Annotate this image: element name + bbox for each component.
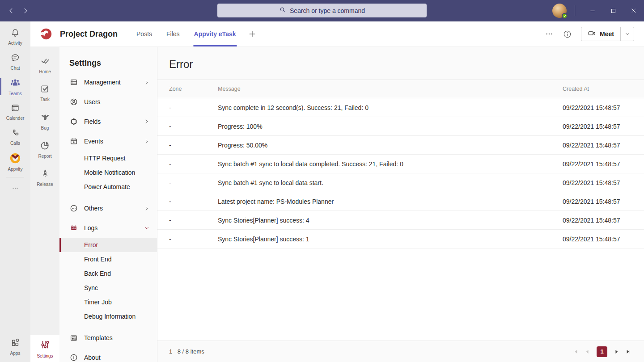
table-row[interactable]: - Sync batch #1 sync to local data start… <box>157 173 644 192</box>
table-row[interactable]: - Progress: 100% 09/22/2021 15:48:57 <box>157 117 644 136</box>
users-icon <box>69 97 78 106</box>
sidebar-item-teams[interactable]: Teams <box>0 74 30 99</box>
cell-message: Latest project name: PS-Modules Planner <box>218 198 563 205</box>
nav-logs-sync[interactable]: Sync <box>59 281 157 295</box>
last-page-icon[interactable] <box>625 349 631 355</box>
cell-created-at: 09/22/2021 15:48:57 <box>563 142 644 149</box>
others-ellipsis-icon <box>69 204 78 213</box>
table-row[interactable]: - Sync complete in 12 second(s). Success… <box>157 98 644 117</box>
items-summary: 1 - 8 / 8 items <box>169 348 204 355</box>
more-apps-icon[interactable] <box>0 180 30 196</box>
table-row[interactable]: - Sync Stories[Planner] success: 4 09/22… <box>157 211 644 230</box>
task-checkbox-icon <box>40 84 50 96</box>
table-row[interactable]: - Progress: 50.00% 09/22/2021 15:48:57 <box>157 136 644 155</box>
nav-events[interactable]: Events <box>59 131 157 151</box>
channel-info-icon[interactable] <box>563 29 572 39</box>
module-task[interactable]: Task <box>30 79 59 107</box>
module-home[interactable]: Home <box>30 51 59 79</box>
nav-http-request[interactable]: HTTP Request <box>59 151 157 165</box>
nav-about[interactable]: About <box>59 348 157 362</box>
meet-button[interactable]: Meet <box>581 27 620 41</box>
tab-appvity-etask[interactable]: Appvity eTask <box>187 21 243 46</box>
bell-icon <box>10 28 20 39</box>
pie-chart-icon <box>40 140 51 152</box>
next-page-icon[interactable] <box>614 349 620 355</box>
nav-templates[interactable]: Templates <box>59 328 157 348</box>
nav-others[interactable]: Others <box>59 198 157 218</box>
nav-logs-error[interactable]: Error <box>59 238 157 252</box>
meet-label: Meet <box>600 30 614 38</box>
cell-zone: - <box>157 236 218 243</box>
tab-files[interactable]: Files <box>159 21 187 46</box>
maximize-button[interactable] <box>603 0 623 21</box>
cell-created-at: 09/22/2021 15:48:57 <box>563 123 644 130</box>
nav-logs-debug-information[interactable]: Debug Information <box>59 309 157 324</box>
cell-zone: - <box>157 217 218 224</box>
titlebar-divider <box>575 5 575 16</box>
table-row[interactable]: - Sync batch #1 sync to local data compl… <box>157 155 644 173</box>
more-options-icon[interactable] <box>545 29 554 38</box>
add-tab-icon[interactable] <box>248 29 257 38</box>
tab-posts[interactable]: Posts <box>129 21 159 46</box>
minimize-button[interactable] <box>582 0 603 21</box>
nav-fields[interactable]: Fields <box>59 112 157 131</box>
meet-options-chevron-icon[interactable] <box>620 27 634 41</box>
nav-power-automate[interactable]: Power Automate <box>59 180 157 194</box>
search-placeholder: Search or type a command <box>290 7 365 14</box>
cell-created-at: 09/22/2021 15:48:57 <box>563 160 644 168</box>
nav-back-icon[interactable] <box>7 7 15 15</box>
home-checks-icon <box>40 55 51 68</box>
appvity-logo-icon <box>9 152 21 165</box>
sidebar-item-activity[interactable]: Activity <box>0 24 30 49</box>
cell-created-at: 09/22/2021 15:48:57 <box>563 236 644 243</box>
table-body: - Sync complete in 12 second(s). Success… <box>157 98 644 248</box>
nav-logs-timer-job[interactable]: Timer Job <box>59 295 157 309</box>
sidebar-item-calls[interactable]: Calls <box>0 124 30 149</box>
table-row[interactable]: - Latest project name: PS-Modules Planne… <box>157 192 644 211</box>
logs-icon: LOG <box>69 223 78 232</box>
nav-logs[interactable]: LOG Logs <box>59 218 157 238</box>
column-header-zone[interactable]: Zone <box>157 86 218 92</box>
close-button[interactable] <box>623 0 644 21</box>
nav-forward-icon[interactable] <box>21 7 30 15</box>
team-logo <box>39 27 53 41</box>
nav-logs-back-end[interactable]: Back End <box>59 266 157 281</box>
sidebar-item-apps[interactable]: Apps <box>0 334 30 359</box>
first-page-icon[interactable] <box>572 349 579 355</box>
rocket-icon <box>40 168 51 181</box>
camera-icon <box>588 29 596 39</box>
sidebar-item-appvity[interactable]: Appvity <box>0 149 30 174</box>
settings-nav: Settings Management Users Fields <box>59 47 157 362</box>
sidebar-item-chat[interactable]: Chat <box>0 49 30 74</box>
sidebar-item-calendar[interactable]: Calender <box>0 99 30 124</box>
module-release[interactable]: Release <box>30 163 59 191</box>
previous-page-icon[interactable] <box>584 349 590 355</box>
column-header-message[interactable]: Message <box>218 86 563 92</box>
module-bug[interactable]: Bug <box>30 107 59 135</box>
avatar[interactable] <box>552 4 567 18</box>
fields-icon <box>69 117 78 126</box>
nav-management[interactable]: Management <box>59 72 157 92</box>
nav-mobile-notification[interactable]: Mobile Notification <box>59 165 157 180</box>
module-settings[interactable]: Settings <box>30 335 59 362</box>
rail-separator <box>6 177 24 177</box>
window-titlebar: Search or type a command <box>0 0 644 21</box>
cell-message: Sync Stories[Planner] success: 4 <box>218 217 563 224</box>
cell-message: Progress: 100% <box>218 123 563 130</box>
current-page-button[interactable]: 1 <box>597 346 607 357</box>
nav-users[interactable]: Users <box>59 92 157 112</box>
column-header-created-at[interactable]: Created At <box>563 86 644 92</box>
cell-created-at: 09/22/2021 15:48:57 <box>563 179 644 186</box>
cell-message: Sync batch #1 sync to local data complet… <box>218 160 563 168</box>
table-row[interactable]: - Sync Stories[Planner] success: 1 09/22… <box>157 230 644 248</box>
cell-zone: - <box>157 104 218 111</box>
channel-tabs: Posts Files Appvity eTask <box>129 21 256 46</box>
nav-logs-front-end[interactable]: Front End <box>59 252 157 266</box>
cell-message: Progress: 50.00% <box>218 142 563 149</box>
phone-icon <box>10 128 20 139</box>
cell-created-at: 09/22/2021 15:48:57 <box>563 198 644 205</box>
module-report[interactable]: Report <box>30 135 59 163</box>
svg-text:LOG: LOG <box>72 227 76 229</box>
channel-header: Project Dragon Posts Files Appvity eTask <box>30 21 644 47</box>
search-input[interactable]: Search or type a command <box>217 4 427 17</box>
